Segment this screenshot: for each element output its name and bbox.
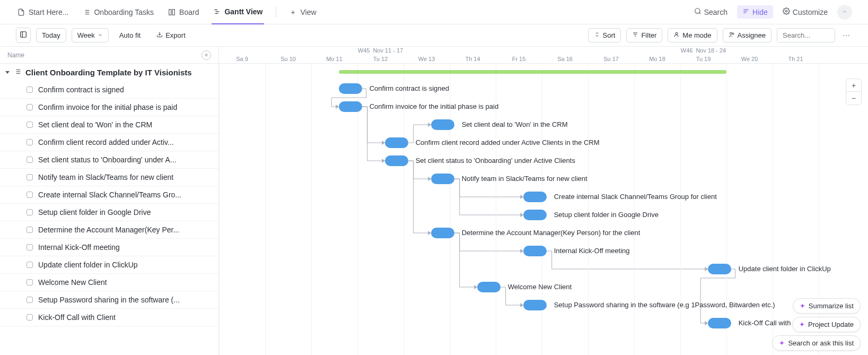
task-row[interactable]: Confirm client record added under Activ.… [0,134,218,151]
zoom-in-button[interactable]: + [846,79,861,92]
task-name: Set client status to 'Onboarding' under … [38,155,177,164]
status-checkbox[interactable] [27,192,33,198]
gantt-toolbar: Today Week Auto fit Export Sort Filter M… [0,24,868,47]
plus-icon: + [289,8,297,16]
gantt-icon [213,7,221,16]
gantt-bar[interactable] [339,83,362,94]
sort-button[interactable]: Sort [588,28,621,42]
status-checkbox[interactable] [27,297,33,303]
search-input[interactable] [777,28,835,42]
collapse-button[interactable] [837,5,852,20]
scale-dropdown[interactable]: Week [72,28,109,42]
day-header: Th 14 [450,55,496,63]
status-checkbox[interactable] [27,209,33,215]
autofit-button[interactable]: Auto fit [114,29,146,42]
gantt-bar[interactable] [708,264,731,274]
ai-summarize-button[interactable]: ✦Summarize list [793,298,861,314]
gantt-bar[interactable] [385,137,408,148]
tab-onboarding-tasks[interactable]: Onboarding Tasks [81,0,155,24]
tab-label: Gantt View [224,7,262,16]
ai-project-update-button[interactable]: ✦Project Update [792,317,861,332]
filter-button[interactable]: Filter [626,28,662,42]
gantt-bar[interactable] [477,282,501,292]
gantt-bar[interactable] [431,119,454,130]
tab-start-here[interactable]: Start Here... [16,0,69,24]
assignee-button[interactable]: Assignee [723,28,771,42]
tab-label: Board [179,8,199,16]
gantt-bar-label: Set client status to 'Onboarding' under … [416,157,575,164]
sidebar-toggle-button[interactable] [16,28,31,43]
sparkle-icon: ✦ [799,321,805,328]
group-header[interactable]: Client Onboarding Template by IT Visioni… [0,64,218,81]
minus-icon: − [852,94,856,102]
gantt-bar-label: Create internal Slack Channel/Teams Grou… [554,193,717,201]
task-row[interactable]: Notify team in Slack/Teams for new clien… [0,169,218,186]
svg-point-16 [785,10,787,12]
task-row[interactable]: Determine the Account Manager(Key Per... [0,221,218,239]
status-checkbox[interactable] [27,104,33,110]
today-button[interactable]: Today [36,28,66,42]
task-row[interactable]: Setup Password sharing in the software (… [0,291,218,309]
gantt-bar-label: Set client deal to 'Won' in the CRM [462,120,568,128]
task-row[interactable]: Create internal Slack Channel/Teams Gro.… [0,186,218,204]
gantt-bar-label: Confirm client record added under Active… [416,138,600,146]
status-checkbox[interactable] [27,139,33,145]
status-checkbox[interactable] [27,86,33,93]
task-name: Set client deal to 'Won' in the CRM [38,120,152,129]
tab-gantt-view[interactable]: Gantt View [212,0,264,24]
me-mode-button[interactable]: Me mode [668,28,717,42]
view-tabs: Start Here... Onboarding Tasks Board Gan… [0,0,868,24]
export-button[interactable]: Export [151,29,191,42]
day-header: We 13 [404,55,450,63]
gantt-bar[interactable] [523,210,547,220]
summary-bar[interactable] [339,70,726,74]
gantt-bar[interactable] [523,246,547,256]
status-checkbox[interactable] [27,157,33,163]
tab-board[interactable]: Board [166,0,200,24]
search-button[interactable]: Search [691,5,731,19]
hide-label: Hide [752,8,768,16]
task-row[interactable]: Setup client folder in Google Drive [0,204,218,221]
status-checkbox[interactable] [27,122,33,128]
task-name: Confirm contract is signed [38,85,124,94]
gantt-chart[interactable]: W45Nov 11 - 17W46Nov 18 - 24 Sa 9Su 10Mo… [219,47,868,355]
status-checkbox[interactable] [27,244,33,250]
task-name: Confirm invoice for the initial phase is… [38,103,177,111]
grid-line [680,64,681,355]
grid-line [219,64,220,355]
hide-button[interactable]: Hide [737,5,773,19]
add-column-button[interactable]: + [201,50,211,60]
tab-add-view[interactable]: + View [288,0,318,24]
task-row[interactable]: Update client folder in ClickUp [0,256,218,274]
task-row[interactable]: Set client deal to 'Won' in the CRM [0,116,218,134]
task-row[interactable]: Confirm invoice for the initial phase is… [0,99,218,116]
gantt-bar[interactable] [523,192,547,202]
day-header: Th 21 [773,55,819,63]
gantt-bar[interactable] [708,318,731,328]
gantt-bar[interactable] [523,300,547,310]
customize-button[interactable]: Customize [779,5,831,19]
zoom-out-button[interactable]: − [846,92,861,105]
task-row[interactable]: Internal Kick-Off meeting [0,239,218,256]
gantt-bar-label: Internal Kick-Off meeting [554,247,630,255]
task-row[interactable]: Confirm contract is signed [0,81,218,99]
ai-ask-button[interactable]: ✦Search or ask this list [772,335,861,351]
status-checkbox[interactable] [27,314,33,321]
gantt-bar[interactable] [431,228,454,238]
gantt-bar-label: Welcome New Client [508,283,572,291]
gantt-bar[interactable] [385,155,408,166]
day-header: Fr 15 [496,55,542,63]
task-row[interactable]: Set client status to 'Onboarding' under … [0,151,218,169]
status-checkbox[interactable] [27,262,33,268]
gantt-bar[interactable] [431,174,454,184]
more-options-button[interactable]: ⋯ [840,29,852,42]
status-checkbox[interactable] [27,227,33,233]
task-name: Notify team in Slack/Teams for new clien… [38,173,173,181]
task-row[interactable]: Kick-Off Call with Client [0,309,218,326]
task-row[interactable]: Welcome New Client [0,274,218,291]
task-name: Create internal Slack Channel/Teams Gro.… [38,191,181,199]
status-checkbox[interactable] [27,279,33,285]
svg-rect-7 [172,9,174,15]
status-checkbox[interactable] [27,174,33,180]
gantt-bar[interactable] [339,101,362,112]
